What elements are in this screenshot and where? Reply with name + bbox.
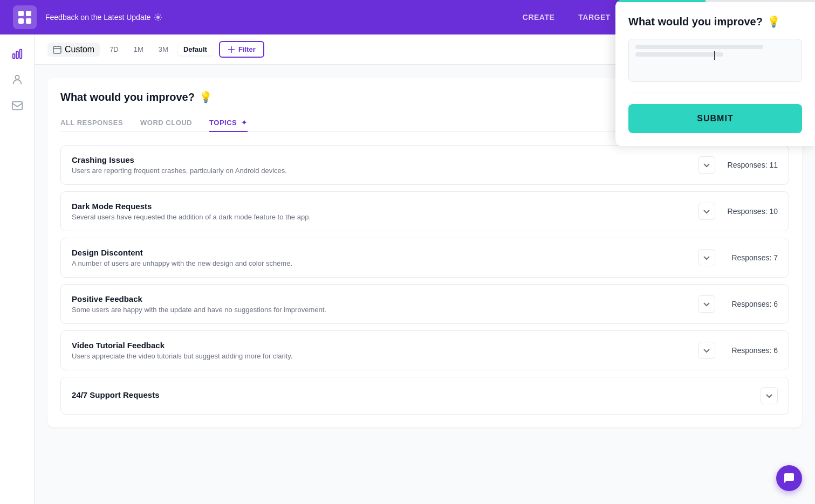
mail-icon	[11, 100, 23, 112]
tab-all-responses[interactable]: ALL RESPONSES	[60, 114, 123, 132]
svg-rect-6	[16, 51, 18, 58]
chevron-down-icon	[703, 347, 710, 354]
chevron-down-icon	[703, 161, 710, 169]
topic-expand-btn[interactable]	[698, 156, 715, 174]
chat-bubble-button[interactable]	[776, 465, 802, 491]
topic-item: Design Discontent A number of users are …	[60, 238, 789, 278]
textarea-line-1	[635, 45, 763, 49]
nav-create[interactable]: CREATE	[512, 9, 566, 26]
textarea-cursor	[714, 51, 715, 60]
topic-content: Design Discontent A number of users are …	[72, 248, 698, 267]
chevron-down-icon	[765, 392, 773, 399]
sidebar-icon-chart[interactable]	[6, 43, 28, 65]
svg-rect-2	[18, 18, 24, 24]
topic-content: Video Tutorial Feedback Users appreciate…	[72, 341, 698, 360]
sidebar-icon-person[interactable]	[6, 69, 28, 91]
topic-expand-btn[interactable]	[698, 203, 715, 220]
svg-rect-1	[26, 11, 31, 16]
topic-right: Responses: 6	[698, 342, 778, 359]
topic-content: Positive Feedback Some users are happy w…	[72, 294, 698, 314]
svg-rect-5	[12, 54, 15, 58]
panel-submit-button[interactable]: SUBMIT	[628, 104, 802, 133]
topic-expand-btn[interactable]	[761, 387, 778, 404]
topic-right: Responses: 6	[698, 295, 778, 313]
svg-rect-7	[19, 50, 22, 59]
panel-body: What would you improve? 💡 SUBMIT	[615, 2, 815, 146]
topics-list: Crashing Issues Users are reporting freq…	[60, 145, 789, 415]
logo	[13, 5, 37, 29]
topic-right: Responses: 7	[698, 249, 778, 266]
date-3m-btn[interactable]: 3M	[153, 43, 174, 56]
topic-item: 24/7 Support Requests	[60, 377, 789, 415]
date-1m-btn[interactable]: 1M	[128, 43, 149, 56]
topic-expand-btn[interactable]	[698, 295, 715, 313]
svg-rect-10	[53, 46, 61, 53]
svg-point-4	[156, 16, 160, 19]
sidebar	[0, 34, 35, 504]
person-icon	[11, 74, 23, 86]
nav-target[interactable]: TARGET	[567, 9, 621, 26]
svg-rect-9	[12, 102, 22, 110]
topic-content: Dark Mode Requests Several users have re…	[72, 202, 698, 221]
topic-item: Crashing Issues Users are reporting freq…	[60, 145, 789, 185]
topic-expand-btn[interactable]	[698, 249, 715, 266]
date-default-btn[interactable]: Default	[178, 43, 213, 56]
chat-icon	[783, 472, 796, 485]
ai-sparkle-icon: ✦	[241, 119, 248, 127]
topic-content: 24/7 Support Requests	[72, 390, 761, 402]
topic-right: Responses: 10	[698, 203, 778, 220]
plus-icon	[228, 46, 235, 53]
svg-point-8	[15, 75, 19, 79]
topic-right	[761, 387, 778, 404]
chevron-down-icon	[703, 300, 710, 308]
svg-rect-0	[18, 11, 24, 16]
panel-question-title: What would you improve? 💡	[628, 15, 802, 28]
tab-topics[interactable]: ToPICS ✦	[209, 114, 248, 132]
topic-item: Dark Mode Requests Several users have re…	[60, 191, 789, 231]
survey-title: Feedback on the Latest Update	[45, 13, 162, 22]
panel-divider	[628, 93, 802, 93]
chevron-down-icon	[703, 254, 710, 261]
textarea-line-2	[635, 52, 723, 57]
svg-rect-3	[26, 18, 31, 24]
date-7d-btn[interactable]: 7D	[104, 43, 124, 56]
sidebar-icon-mail[interactable]	[6, 95, 28, 116]
topic-content: Crashing Issues Users are reporting freq…	[72, 155, 698, 175]
settings-icon	[154, 13, 162, 22]
chevron-down-icon	[703, 208, 710, 215]
panel-textarea-area[interactable]	[628, 39, 802, 82]
tab-word-cloud[interactable]: WORD CLOUD	[140, 114, 192, 132]
topic-item: Video Tutorial Feedback Users appreciate…	[60, 330, 789, 370]
topic-expand-btn[interactable]	[698, 342, 715, 359]
date-filter-custom[interactable]: Custom	[47, 43, 100, 57]
app-body: Custom 7D 1M 3M Default Filter What woul…	[0, 34, 815, 504]
chart-bar-icon	[11, 48, 23, 60]
logo-icon	[17, 10, 32, 25]
calendar-icon	[53, 45, 61, 54]
topic-right: Responses: 11	[698, 156, 778, 174]
survey-panel: What would you improve? 💡 SUBMIT	[615, 0, 815, 146]
filter-button[interactable]: Filter	[219, 41, 264, 58]
topic-item: Positive Feedback Some users are happy w…	[60, 284, 789, 324]
